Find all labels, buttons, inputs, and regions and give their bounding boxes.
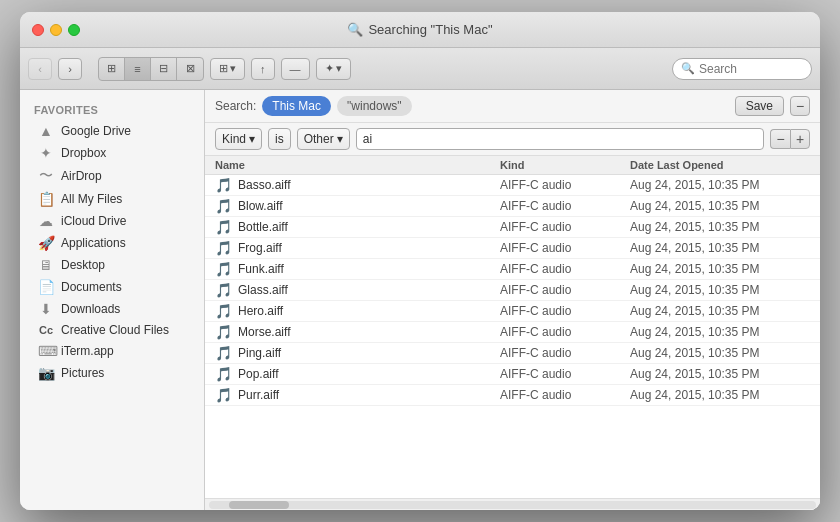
maximize-button[interactable] bbox=[68, 24, 80, 36]
minimize-button[interactable] bbox=[50, 24, 62, 36]
sidebar-item-label: Applications bbox=[61, 236, 126, 250]
desktop-icon: 🖥 bbox=[38, 257, 54, 273]
filter-minus-button[interactable]: − bbox=[770, 129, 790, 149]
gallery-view-button[interactable]: ⊠ bbox=[177, 58, 203, 80]
list-view-button[interactable]: ≡ bbox=[125, 58, 151, 80]
sidebar-item-icloud-drive[interactable]: ☁ iCloud Drive bbox=[24, 210, 200, 232]
file-name: Blow.aiff bbox=[238, 199, 500, 213]
sidebar-item-label: All My Files bbox=[61, 192, 122, 206]
dropbox-icon: ✦ bbox=[325, 62, 334, 75]
file-date: Aug 24, 2015, 10:35 PM bbox=[630, 262, 810, 276]
sidebar-item-all-my-files[interactable]: 📋 All My Files bbox=[24, 188, 200, 210]
file-kind: AIFF-C audio bbox=[500, 199, 630, 213]
icon-view-icon: ⊞ bbox=[107, 62, 116, 75]
file-date: Aug 24, 2015, 10:35 PM bbox=[630, 346, 810, 360]
icon-view-button[interactable]: ⊞ bbox=[99, 58, 125, 80]
column-view-button[interactable]: ⊟ bbox=[151, 58, 177, 80]
sidebar-section-title: Favorites bbox=[20, 100, 204, 120]
horizontal-scrollbar[interactable] bbox=[205, 498, 820, 510]
filter-plus-button[interactable]: + bbox=[790, 129, 810, 149]
share-button[interactable]: — bbox=[281, 58, 310, 80]
sidebar-item-creative-cloud[interactable]: Cc Creative Cloud Files bbox=[24, 320, 200, 340]
filter-input[interactable] bbox=[356, 128, 764, 150]
gallery-view-icon: ⊠ bbox=[186, 62, 195, 75]
arrange-button[interactable]: ⊞ ▾ bbox=[210, 58, 245, 80]
dropbox-button[interactable]: ✦ ▾ bbox=[316, 58, 351, 80]
back-icon: ‹ bbox=[38, 63, 42, 75]
filter-row: Kind ▾ is Other ▾ − + bbox=[205, 123, 820, 156]
file-kind: AIFF-C audio bbox=[500, 325, 630, 339]
file-kind: AIFF-C audio bbox=[500, 304, 630, 318]
search-minus-button[interactable]: − bbox=[790, 96, 810, 116]
table-row[interactable]: 🎵 Frog.aiff AIFF-C audio Aug 24, 2015, 1… bbox=[205, 238, 820, 259]
sidebar-item-downloads[interactable]: ⬇ Downloads bbox=[24, 298, 200, 320]
sidebar-item-applications[interactable]: 🚀 Applications bbox=[24, 232, 200, 254]
sidebar-item-label: Google Drive bbox=[61, 124, 131, 138]
search-box[interactable]: 🔍 bbox=[672, 58, 812, 80]
downloads-icon: ⬇ bbox=[38, 301, 54, 317]
scroll-track bbox=[209, 501, 816, 509]
scroll-thumb[interactable] bbox=[229, 501, 289, 509]
table-row[interactable]: 🎵 Ping.aiff AIFF-C audio Aug 24, 2015, 1… bbox=[205, 343, 820, 364]
sidebar-item-label: iCloud Drive bbox=[61, 214, 126, 228]
windows-tag[interactable]: "windows" bbox=[337, 96, 412, 116]
close-button[interactable] bbox=[32, 24, 44, 36]
table-row[interactable]: 🎵 Purr.aiff AIFF-C audio Aug 24, 2015, 1… bbox=[205, 385, 820, 406]
table-row[interactable]: 🎵 Bottle.aiff AIFF-C audio Aug 24, 2015,… bbox=[205, 217, 820, 238]
google-drive-icon: ▲ bbox=[38, 123, 54, 139]
back-button[interactable]: ‹ bbox=[28, 58, 52, 80]
table-row[interactable]: 🎵 Funk.aiff AIFF-C audio Aug 24, 2015, 1… bbox=[205, 259, 820, 280]
file-icon: 🎵 bbox=[215, 366, 232, 382]
share-icon: — bbox=[290, 63, 301, 75]
save-button[interactable]: Save bbox=[735, 96, 784, 116]
file-name: Glass.aiff bbox=[238, 283, 500, 297]
file-name: Funk.aiff bbox=[238, 262, 500, 276]
toolbar: ‹ › ⊞ ≡ ⊟ ⊠ ⊞ ▾ ↑ — bbox=[20, 48, 820, 90]
file-list-header: Name Kind Date Last Opened bbox=[205, 156, 820, 175]
search-icon: 🔍 bbox=[681, 62, 695, 75]
documents-icon: 📄 bbox=[38, 279, 54, 295]
table-row[interactable]: 🎵 Hero.aiff AIFF-C audio Aug 24, 2015, 1… bbox=[205, 301, 820, 322]
sidebar-item-label: Desktop bbox=[61, 258, 105, 272]
file-date: Aug 24, 2015, 10:35 PM bbox=[630, 241, 810, 255]
creative-cloud-icon: Cc bbox=[38, 324, 54, 336]
file-date: Aug 24, 2015, 10:35 PM bbox=[630, 220, 810, 234]
sidebar-item-iterm[interactable]: ⌨ iTerm.app bbox=[24, 340, 200, 362]
table-row[interactable]: 🎵 Glass.aiff AIFF-C audio Aug 24, 2015, … bbox=[205, 280, 820, 301]
kind-chevron: ▾ bbox=[249, 132, 255, 146]
table-row[interactable]: 🎵 Basso.aiff AIFF-C audio Aug 24, 2015, … bbox=[205, 175, 820, 196]
file-name: Bottle.aiff bbox=[238, 220, 500, 234]
sidebar-item-airdrop[interactable]: 〜 AirDrop bbox=[24, 164, 200, 188]
table-row[interactable]: 🎵 Pop.aiff AIFF-C audio Aug 24, 2015, 10… bbox=[205, 364, 820, 385]
search-bar: Search: This Mac "windows" Save − bbox=[205, 90, 820, 123]
table-row[interactable]: 🎵 Morse.aiff AIFF-C audio Aug 24, 2015, … bbox=[205, 322, 820, 343]
column-header-kind[interactable]: Kind bbox=[500, 159, 630, 171]
finder-window: 🔍 Searching "This Mac" ‹ › ⊞ ≡ ⊟ ⊠ bbox=[20, 12, 820, 510]
kind-select[interactable]: Kind ▾ bbox=[215, 128, 262, 150]
applications-icon: 🚀 bbox=[38, 235, 54, 251]
table-row[interactable]: 🎵 Blow.aiff AIFF-C audio Aug 24, 2015, 1… bbox=[205, 196, 820, 217]
iterm-icon: ⌨ bbox=[38, 343, 54, 359]
other-chevron: ▾ bbox=[337, 132, 343, 146]
file-name: Ping.aiff bbox=[238, 346, 500, 360]
sidebar-item-google-drive[interactable]: ▲ Google Drive bbox=[24, 120, 200, 142]
this-mac-tag[interactable]: This Mac bbox=[262, 96, 331, 116]
forward-button[interactable]: › bbox=[58, 58, 82, 80]
column-view-icon: ⊟ bbox=[159, 62, 168, 75]
file-name: Purr.aiff bbox=[238, 388, 500, 402]
arrange-icon: ⊞ bbox=[219, 62, 228, 75]
file-kind: AIFF-C audio bbox=[500, 241, 630, 255]
sidebar: Favorites ▲ Google Drive ✦ Dropbox 〜 Air… bbox=[20, 90, 205, 510]
search-input[interactable] bbox=[699, 62, 803, 76]
column-header-name[interactable]: Name bbox=[215, 159, 500, 171]
action-button[interactable]: ↑ bbox=[251, 58, 275, 80]
column-header-date[interactable]: Date Last Opened bbox=[630, 159, 810, 171]
sidebar-item-dropbox[interactable]: ✦ Dropbox bbox=[24, 142, 200, 164]
is-select[interactable]: is bbox=[268, 128, 291, 150]
sidebar-item-desktop[interactable]: 🖥 Desktop bbox=[24, 254, 200, 276]
sidebar-item-pictures[interactable]: 📷 Pictures bbox=[24, 362, 200, 384]
sidebar-item-documents[interactable]: 📄 Documents bbox=[24, 276, 200, 298]
folder-icon: 🔍 bbox=[347, 22, 363, 37]
other-select[interactable]: Other ▾ bbox=[297, 128, 350, 150]
pictures-icon: 📷 bbox=[38, 365, 54, 381]
